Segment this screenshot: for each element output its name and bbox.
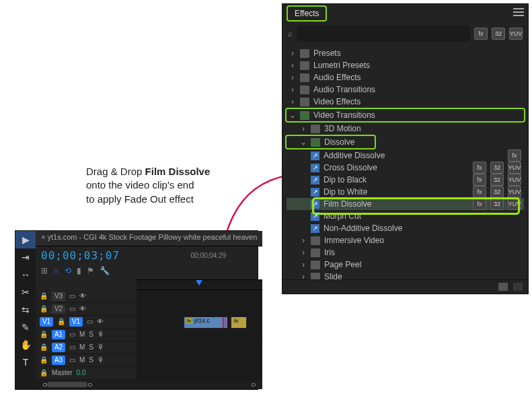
tree-presets[interactable]: ›Presets <box>287 47 524 59</box>
tree-video-transitions[interactable]: ⌄Video Transitions <box>285 108 525 123</box>
effects-panel: Effects ⌕ fx 32 YUV ›Presets ›Lumetri Pr… <box>282 3 529 294</box>
razor-tool[interactable]: ✂ <box>15 283 36 301</box>
tree-3d-motion[interactable]: ›3D Motion <box>287 123 524 135</box>
delete-icon[interactable] <box>513 283 523 291</box>
clip-end-drop-target[interactable] <box>223 316 228 329</box>
track-v1-header[interactable]: V1🔒V1▭👁 <box>36 316 137 329</box>
lane-a2[interactable] <box>137 341 262 354</box>
video-clip[interactable]: fxyt1s.c <box>184 316 228 329</box>
callout-bold: Film Dissolve <box>145 166 211 177</box>
type-tool[interactable]: T <box>15 354 36 371</box>
effects-tree: ›Presets ›Lumetri Presets ›Audio Effects… <box>282 46 528 279</box>
effects-footer <box>282 279 528 294</box>
time-ruler[interactable] <box>137 279 262 290</box>
new-bin-icon[interactable] <box>498 283 508 291</box>
instruction-callout: Drag & Drop Film Dissolve onto the video… <box>86 165 268 206</box>
snap-icon[interactable]: ∩ <box>53 266 59 275</box>
tree-slide[interactable]: ›Slide <box>287 271 524 279</box>
track-master-header[interactable]: 🔒Master0.0 <box>36 367 137 380</box>
clip-fx-badge: fx <box>186 318 192 324</box>
linked-sel-icon[interactable]: ⟲ <box>65 266 71 275</box>
track-a3-header[interactable]: 🔒A3▭MS🎙 <box>36 354 137 367</box>
search-icon: ⌕ <box>288 29 293 38</box>
tree-page-peel[interactable]: ›Page Peel <box>287 259 524 271</box>
current-timecode[interactable]: 00;00;03;07 <box>41 249 120 262</box>
tree-dissolve[interactable]: ⌄Dissolve <box>285 135 376 149</box>
nest-icon[interactable]: ⊞ <box>41 266 48 275</box>
hand-tool[interactable]: ✋ <box>15 336 36 354</box>
effects-search-input[interactable] <box>297 26 470 42</box>
track-v3-header[interactable]: 🔒V3▭👁 <box>36 290 137 303</box>
lane-a1[interactable] <box>137 329 262 341</box>
track-a2-header[interactable]: 🔒A2▭MS🎙 <box>36 341 137 354</box>
sequence-tab[interactable]: × yt1s.com - CGI 4k Stock Footage Pillow… <box>36 231 262 246</box>
marker-icon[interactable]: ▮ <box>77 266 81 275</box>
lane-master[interactable] <box>137 367 262 380</box>
lane-v1[interactable]: fxyt1s.c fx <box>137 316 262 329</box>
callout-text-2: onto the video clip's end <box>86 179 194 191</box>
tree-audio-transitions[interactable]: ›Audio Transitions <box>287 83 524 96</box>
item-film-dissolve[interactable]: ↗Film Dissolvefx32YUV <box>287 198 524 210</box>
timeline-panel: ▶ ⇥ ↔ ✂ ⇆ ✎ ✋ T × yt1s.com - CGI 4k Stoc… <box>15 230 258 390</box>
callout-text-3: to apply Fade Out effect <box>86 193 194 205</box>
item-dip-to-black[interactable]: ↗Dip to Blackfx32YUV <box>287 174 524 186</box>
timeline-scrollbar[interactable]: ○○○ <box>36 380 262 389</box>
item-non-additive-dissolve[interactable]: ↗Non-Additive Dissolve <box>287 222 524 234</box>
timeline-toolbar: ⊞ ∩ ⟲ ▮ ⚑ 🔧 <box>36 265 262 279</box>
panel-menu-icon[interactable] <box>513 8 524 16</box>
item-dip-to-white[interactable]: ↗Dip to Whitefx32YUV <box>287 186 524 198</box>
tree-immersive[interactable]: ›Immersive Video <box>287 234 524 246</box>
selection-tool[interactable]: ▶ <box>15 231 36 248</box>
pen-tool[interactable]: ✎ <box>15 318 36 336</box>
tree-video-effects[interactable]: ›Video Effects <box>287 96 524 108</box>
tree-lumetri[interactable]: ›Lumetri Presets <box>287 59 524 71</box>
item-cross-dissolve[interactable]: ↗Cross Dissolvefx32YUV <box>287 162 524 174</box>
settings-icon[interactable]: ⚑ <box>87 266 94 275</box>
tree-iris[interactable]: ›Iris <box>287 246 524 259</box>
effects-search-row: ⌕ fx 32 YUV <box>282 22 528 46</box>
callout-text: Drag & Drop <box>86 166 145 177</box>
transition-clip[interactable]: fx <box>231 316 247 329</box>
tab-effects[interactable]: Effects <box>287 5 327 22</box>
ripple-tool[interactable]: ↔ <box>15 266 36 283</box>
32bit-badge[interactable]: 32 <box>492 28 505 40</box>
item-morph-cut[interactable]: ↗Morph Cut <box>287 210 524 222</box>
item-additive-dissolve[interactable]: ↗Additive Dissolvefx <box>287 149 524 162</box>
track-a1-header[interactable]: 🔒A1▭MS🎙 <box>36 329 137 341</box>
lane-v3[interactable] <box>137 290 262 303</box>
ruler-timecode: 00;00;04;29 <box>190 252 226 259</box>
wrench-icon[interactable]: 🔧 <box>100 266 110 275</box>
track-select-tool[interactable]: ⇥ <box>15 248 36 266</box>
lane-v2[interactable] <box>137 303 262 316</box>
yuv-badge[interactable]: YUV <box>509 28 523 40</box>
panel-tab-bar: Effects <box>282 4 528 22</box>
lane-a3[interactable] <box>137 354 262 367</box>
tools-column: ▶ ⇥ ↔ ✂ ⇆ ✎ ✋ T <box>15 231 36 389</box>
track-v2-header[interactable]: 🔒V2▭👁 <box>36 303 137 316</box>
tree-audio-effects[interactable]: ›Audio Effects <box>287 71 524 83</box>
accel-badge[interactable]: fx <box>474 28 488 40</box>
slip-tool[interactable]: ⇆ <box>15 301 36 318</box>
playhead-icon[interactable] <box>196 280 202 285</box>
